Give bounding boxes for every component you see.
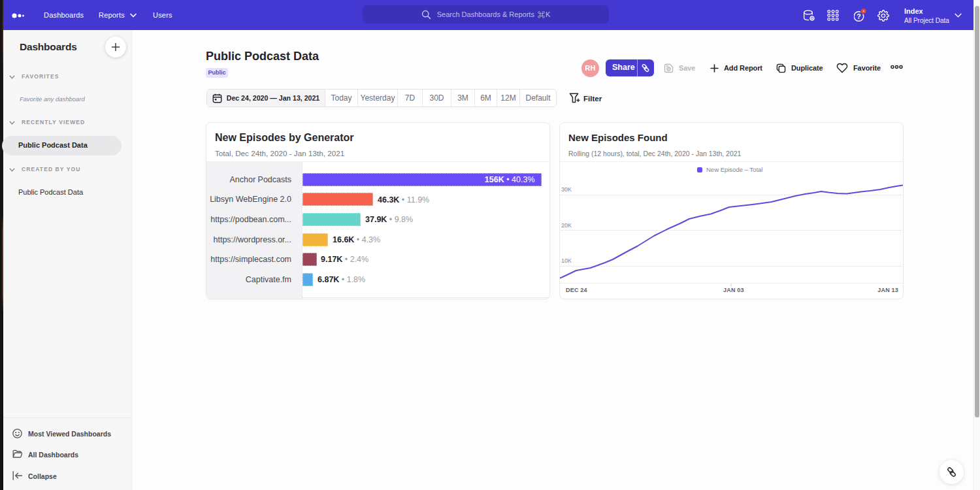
svg-text:?: ? bbox=[857, 12, 860, 20]
